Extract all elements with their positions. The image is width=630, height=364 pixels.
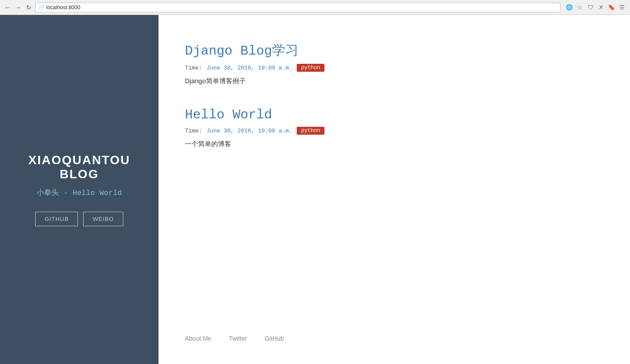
post-item: Hello World Time: June 30, 2016, 10:08 a…	[185, 107, 604, 148]
page-wrapper: XIAOQUANTOU BLOG 小拳头 - Hello World GITHU…	[0, 15, 630, 364]
main-content: Django Blog学习 Time: June 30, 2016, 10:09…	[158, 15, 630, 364]
url-text: localhost:8000	[46, 4, 80, 11]
url-bar[interactable]: 📄 localhost:8000	[35, 3, 560, 12]
post-meta: Time: June 30, 2016, 10:08 a.m. python	[185, 127, 604, 135]
github-button[interactable]: GITHUB	[35, 212, 78, 226]
sidebar: XIAOQUANTOU BLOG 小拳头 - Hello World GITHU…	[0, 15, 158, 364]
sidebar-buttons: GITHUB WEIBO	[35, 212, 123, 226]
bookmark-icon[interactable]: 🔖	[607, 3, 616, 12]
back-button[interactable]: ←	[4, 4, 11, 11]
lock-icon: 📄	[38, 4, 44, 10]
footer-link-twitter[interactable]: Twitter	[229, 335, 247, 342]
post-title[interactable]: Django Blog学习	[185, 41, 604, 59]
post-title[interactable]: Hello World	[185, 107, 604, 122]
post-meta: Time: June 30, 2016, 10:09 a.m. python	[185, 64, 604, 72]
star-icon[interactable]: ☆	[575, 3, 584, 12]
post-time: June 30, 2016, 10:09 a.m.	[206, 65, 292, 71]
sidebar-subtitle: 小拳头 - Hello World	[37, 188, 122, 198]
shield-icon[interactable]: 🛡	[586, 3, 595, 12]
post-time: June 30, 2016, 10:08 a.m.	[206, 128, 292, 134]
post-excerpt: Django简单博客例子	[185, 77, 604, 85]
menu-icon[interactable]: ☰	[618, 3, 626, 12]
post-time-label: Time:	[185, 65, 202, 71]
post-time-label: Time:	[185, 128, 202, 134]
footer-link-about[interactable]: About Me	[185, 335, 211, 342]
sidebar-title: XIAOQUANTOU BLOG	[9, 153, 150, 181]
page-footer: About Me Twitter GitHub	[185, 326, 604, 346]
browser-chrome: ← → ↻ 📄 localhost:8000 🌐 ☆ 🛡 ✕ 🔖 ☰	[0, 0, 630, 15]
browser-right-icons: 🌐 ☆ 🛡 ✕ 🔖 ☰	[565, 3, 626, 12]
translate-icon[interactable]: 🌐	[565, 3, 574, 12]
reload-button[interactable]: ↻	[25, 4, 33, 11]
footer-link-github[interactable]: GitHub	[265, 335, 284, 342]
post-item: Django Blog学习 Time: June 30, 2016, 10:09…	[185, 41, 604, 85]
post-tag[interactable]: python	[297, 127, 324, 135]
weibo-button[interactable]: WEIBO	[83, 212, 123, 226]
post-tag[interactable]: python	[297, 64, 324, 72]
forward-button[interactable]: →	[14, 4, 22, 11]
post-excerpt: 一个简单的博客	[185, 140, 604, 148]
close-x-icon[interactable]: ✕	[597, 3, 605, 12]
